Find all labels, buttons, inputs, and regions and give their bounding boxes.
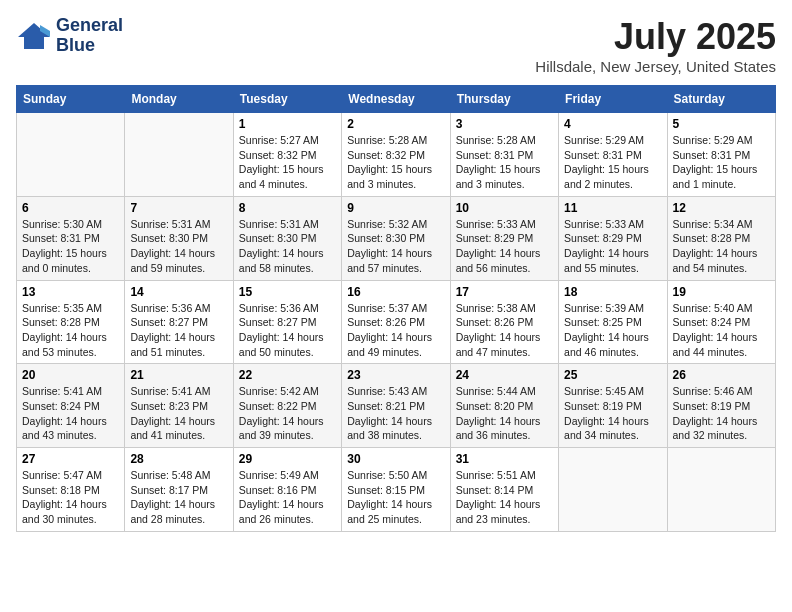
day-number: 2 [347,117,444,131]
calendar-cell: 9Sunrise: 5:32 AMSunset: 8:30 PMDaylight… [342,196,450,280]
logo: General Blue [16,16,123,56]
weekday-header: Wednesday [342,86,450,113]
calendar-cell: 7Sunrise: 5:31 AMSunset: 8:30 PMDaylight… [125,196,233,280]
title-block: July 2025 Hillsdale, New Jersey, United … [535,16,776,75]
calendar-cell: 12Sunrise: 5:34 AMSunset: 8:28 PMDayligh… [667,196,775,280]
calendar-cell: 22Sunrise: 5:42 AMSunset: 8:22 PMDayligh… [233,364,341,448]
day-info: Sunrise: 5:35 AMSunset: 8:28 PMDaylight:… [22,301,119,360]
calendar-cell: 28Sunrise: 5:48 AMSunset: 8:17 PMDayligh… [125,448,233,532]
calendar-cell: 13Sunrise: 5:35 AMSunset: 8:28 PMDayligh… [17,280,125,364]
calendar-cell: 14Sunrise: 5:36 AMSunset: 8:27 PMDayligh… [125,280,233,364]
day-info: Sunrise: 5:50 AMSunset: 8:15 PMDaylight:… [347,468,444,527]
calendar-cell: 19Sunrise: 5:40 AMSunset: 8:24 PMDayligh… [667,280,775,364]
day-number: 23 [347,368,444,382]
weekday-header: Saturday [667,86,775,113]
day-info: Sunrise: 5:47 AMSunset: 8:18 PMDaylight:… [22,468,119,527]
day-info: Sunrise: 5:27 AMSunset: 8:32 PMDaylight:… [239,133,336,192]
calendar-cell: 3Sunrise: 5:28 AMSunset: 8:31 PMDaylight… [450,113,558,197]
calendar-cell: 8Sunrise: 5:31 AMSunset: 8:30 PMDaylight… [233,196,341,280]
logo-line1: General [56,16,123,36]
calendar-week-row: 1Sunrise: 5:27 AMSunset: 8:32 PMDaylight… [17,113,776,197]
day-info: Sunrise: 5:51 AMSunset: 8:14 PMDaylight:… [456,468,553,527]
day-info: Sunrise: 5:29 AMSunset: 8:31 PMDaylight:… [673,133,770,192]
day-number: 6 [22,201,119,215]
calendar-cell: 4Sunrise: 5:29 AMSunset: 8:31 PMDaylight… [559,113,667,197]
calendar-cell: 23Sunrise: 5:43 AMSunset: 8:21 PMDayligh… [342,364,450,448]
calendar-cell: 16Sunrise: 5:37 AMSunset: 8:26 PMDayligh… [342,280,450,364]
calendar-table: SundayMondayTuesdayWednesdayThursdayFrid… [16,85,776,532]
month-title: July 2025 [535,16,776,58]
day-number: 27 [22,452,119,466]
day-number: 4 [564,117,661,131]
day-info: Sunrise: 5:31 AMSunset: 8:30 PMDaylight:… [239,217,336,276]
day-info: Sunrise: 5:34 AMSunset: 8:28 PMDaylight:… [673,217,770,276]
day-info: Sunrise: 5:36 AMSunset: 8:27 PMDaylight:… [130,301,227,360]
day-info: Sunrise: 5:32 AMSunset: 8:30 PMDaylight:… [347,217,444,276]
day-info: Sunrise: 5:49 AMSunset: 8:16 PMDaylight:… [239,468,336,527]
day-number: 13 [22,285,119,299]
day-info: Sunrise: 5:48 AMSunset: 8:17 PMDaylight:… [130,468,227,527]
day-number: 22 [239,368,336,382]
day-number: 11 [564,201,661,215]
calendar-cell: 26Sunrise: 5:46 AMSunset: 8:19 PMDayligh… [667,364,775,448]
day-info: Sunrise: 5:45 AMSunset: 8:19 PMDaylight:… [564,384,661,443]
weekday-header: Sunday [17,86,125,113]
day-number: 31 [456,452,553,466]
calendar-cell [559,448,667,532]
day-info: Sunrise: 5:40 AMSunset: 8:24 PMDaylight:… [673,301,770,360]
day-info: Sunrise: 5:36 AMSunset: 8:27 PMDaylight:… [239,301,336,360]
day-info: Sunrise: 5:43 AMSunset: 8:21 PMDaylight:… [347,384,444,443]
calendar-week-row: 27Sunrise: 5:47 AMSunset: 8:18 PMDayligh… [17,448,776,532]
day-number: 26 [673,368,770,382]
calendar-cell: 30Sunrise: 5:50 AMSunset: 8:15 PMDayligh… [342,448,450,532]
day-number: 19 [673,285,770,299]
calendar-cell: 27Sunrise: 5:47 AMSunset: 8:18 PMDayligh… [17,448,125,532]
day-number: 24 [456,368,553,382]
day-info: Sunrise: 5:28 AMSunset: 8:32 PMDaylight:… [347,133,444,192]
day-info: Sunrise: 5:41 AMSunset: 8:23 PMDaylight:… [130,384,227,443]
day-info: Sunrise: 5:33 AMSunset: 8:29 PMDaylight:… [456,217,553,276]
calendar-cell [17,113,125,197]
day-number: 30 [347,452,444,466]
calendar-cell: 25Sunrise: 5:45 AMSunset: 8:19 PMDayligh… [559,364,667,448]
day-number: 16 [347,285,444,299]
day-info: Sunrise: 5:44 AMSunset: 8:20 PMDaylight:… [456,384,553,443]
day-info: Sunrise: 5:31 AMSunset: 8:30 PMDaylight:… [130,217,227,276]
calendar-cell: 11Sunrise: 5:33 AMSunset: 8:29 PMDayligh… [559,196,667,280]
calendar-body: 1Sunrise: 5:27 AMSunset: 8:32 PMDaylight… [17,113,776,532]
location-title: Hillsdale, New Jersey, United States [535,58,776,75]
day-number: 5 [673,117,770,131]
day-info: Sunrise: 5:37 AMSunset: 8:26 PMDaylight:… [347,301,444,360]
day-number: 7 [130,201,227,215]
calendar-cell [125,113,233,197]
calendar-cell: 6Sunrise: 5:30 AMSunset: 8:31 PMDaylight… [17,196,125,280]
calendar-cell: 1Sunrise: 5:27 AMSunset: 8:32 PMDaylight… [233,113,341,197]
calendar-cell [667,448,775,532]
day-number: 9 [347,201,444,215]
calendar-cell: 24Sunrise: 5:44 AMSunset: 8:20 PMDayligh… [450,364,558,448]
weekday-header: Tuesday [233,86,341,113]
day-number: 1 [239,117,336,131]
calendar-cell: 5Sunrise: 5:29 AMSunset: 8:31 PMDaylight… [667,113,775,197]
logo-text: General Blue [56,16,123,56]
calendar-cell: 18Sunrise: 5:39 AMSunset: 8:25 PMDayligh… [559,280,667,364]
day-number: 20 [22,368,119,382]
day-info: Sunrise: 5:41 AMSunset: 8:24 PMDaylight:… [22,384,119,443]
day-number: 12 [673,201,770,215]
weekday-header: Friday [559,86,667,113]
page-header: General Blue July 2025 Hillsdale, New Je… [16,16,776,75]
day-info: Sunrise: 5:39 AMSunset: 8:25 PMDaylight:… [564,301,661,360]
day-info: Sunrise: 5:30 AMSunset: 8:31 PMDaylight:… [22,217,119,276]
day-number: 10 [456,201,553,215]
day-info: Sunrise: 5:38 AMSunset: 8:26 PMDaylight:… [456,301,553,360]
day-info: Sunrise: 5:42 AMSunset: 8:22 PMDaylight:… [239,384,336,443]
day-number: 15 [239,285,336,299]
day-number: 14 [130,285,227,299]
calendar-cell: 29Sunrise: 5:49 AMSunset: 8:16 PMDayligh… [233,448,341,532]
calendar-cell: 10Sunrise: 5:33 AMSunset: 8:29 PMDayligh… [450,196,558,280]
day-info: Sunrise: 5:28 AMSunset: 8:31 PMDaylight:… [456,133,553,192]
weekday-header: Monday [125,86,233,113]
day-number: 28 [130,452,227,466]
weekday-row: SundayMondayTuesdayWednesdayThursdayFrid… [17,86,776,113]
calendar-cell: 20Sunrise: 5:41 AMSunset: 8:24 PMDayligh… [17,364,125,448]
